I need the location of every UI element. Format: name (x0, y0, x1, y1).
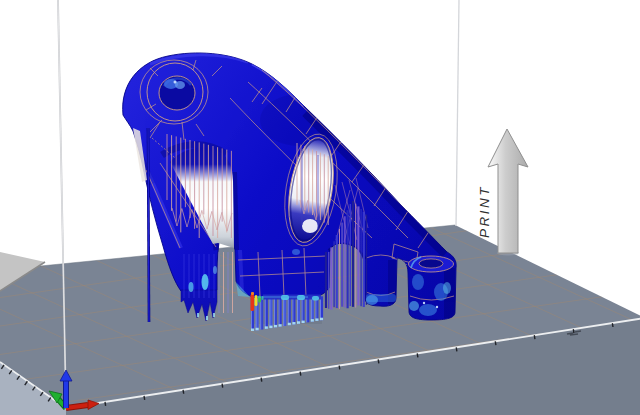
head-hole (159, 76, 195, 110)
print-label: PRINT (477, 185, 492, 238)
viewport-3d[interactable]: PRINT (0, 0, 640, 415)
mounting-hole (419, 259, 443, 268)
